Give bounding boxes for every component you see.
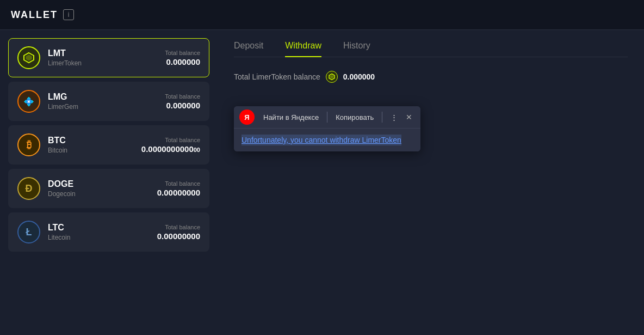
doge-balance-value: 0.00000000 — [157, 188, 200, 197]
context-menu: Я Найти в Яндексе Копировать ⋮ ✕ Unfortu… — [234, 106, 420, 151]
tab-bar: Deposit Withdraw History — [234, 41, 628, 57]
doge-balance-block: Total balance 0.00000000 — [157, 180, 200, 197]
ltc-name: Litecoin — [48, 234, 150, 241]
ltc-symbol: LTC — [48, 223, 150, 233]
right-panel: Deposit Withdraw History Total LimerToke… — [218, 30, 644, 335]
balance-row: Total LimerToken balance 0.000000 — [234, 71, 628, 83]
balance-amount: 0.000000 — [343, 72, 375, 81]
lmt-symbol: LMT — [48, 48, 157, 58]
btc-balance-block: Total balance 0.000000000000 — [141, 137, 200, 154]
doge-info: DOGE Dogecoin — [48, 179, 150, 198]
info-icon-button[interactable]: i — [63, 9, 74, 20]
yandex-logo: Я — [239, 109, 255, 125]
lmt-name: LimerToken — [48, 59, 157, 67]
btc-symbol: BTC — [48, 136, 134, 145]
lmg-icon: 💠 — [17, 90, 40, 113]
btc-balance-label: Total balance — [141, 137, 200, 143]
balance-label-text: Total LimerToken balance — [234, 72, 320, 81]
coin-card-btc[interactable]: ₿ BTC Bitcoin Total balance 0.0000000000… — [8, 125, 209, 165]
divider-2 — [382, 112, 382, 123]
lmt-info: LMT LimerToken — [48, 48, 157, 67]
coin-card-lmt[interactable]: LMT LimerToken Total balance 0.000000 — [8, 38, 209, 77]
yandex-search-item[interactable]: Найти в Яндексе — [258, 111, 324, 124]
tab-history[interactable]: History — [343, 41, 370, 57]
btc-balance-value: 0.000000000000 — [141, 144, 200, 154]
lmg-info: LMG LimerGem — [48, 92, 157, 111]
error-message: Unfortunately, you cannot withdraw Limer… — [242, 135, 401, 145]
doge-icon: Ð — [17, 177, 40, 200]
wallet-header: WALLET i — [0, 0, 644, 30]
ltc-info: LTC Litecoin — [48, 223, 150, 241]
lmg-symbol: LMG — [48, 92, 157, 102]
doge-balance-label: Total balance — [157, 180, 200, 187]
coin-card-lmg[interactable]: 💠 LMG LimerGem Total balance 0.000000 — [8, 82, 209, 121]
coin-card-doge[interactable]: Ð DOGE Dogecoin Total balance 0.00000000 — [8, 169, 209, 208]
doge-name: Dogecoin — [48, 190, 150, 198]
copy-item[interactable]: Копировать — [330, 111, 379, 124]
tab-deposit[interactable]: Deposit — [234, 41, 263, 57]
selected-text-area: Unfortunately, you cannot withdraw Limer… — [234, 129, 420, 151]
svg-marker-3 — [330, 75, 333, 78]
main-layout: LMT LimerToken Total balance 0.000000 💠 … — [0, 30, 644, 335]
lmg-balance-value: 0.000000 — [165, 101, 200, 110]
context-menu-toolbar: Я Найти в Яндексе Копировать ⋮ ✕ — [234, 106, 420, 129]
lmg-balance-label: Total balance — [165, 93, 200, 100]
lmg-name: LimerGem — [48, 103, 157, 111]
more-options-icon[interactable]: ⋮ — [385, 111, 403, 124]
coin-sidebar: LMT LimerToken Total balance 0.000000 💠 … — [0, 30, 218, 335]
coin-card-ltc[interactable]: Ł LTC Litecoin Total balance 0.00000000 — [8, 212, 209, 252]
context-menu-close-button[interactable]: ✕ — [403, 111, 415, 123]
doge-symbol: DOGE — [48, 179, 150, 189]
ltc-balance-block: Total balance 0.00000000 — [157, 224, 200, 241]
btc-name: Bitcoin — [48, 147, 134, 154]
tab-withdraw[interactable]: Withdraw — [285, 41, 321, 57]
wallet-title: WALLET — [11, 9, 58, 21]
ltc-icon: Ł — [17, 221, 40, 243]
lmt-balance-value: 0.000000 — [165, 57, 200, 66]
lmt-small-icon — [326, 71, 338, 83]
lmt-icon — [17, 46, 40, 69]
ltc-balance-value: 0.00000000 — [157, 232, 200, 241]
lmt-balance-label: Total balance — [165, 50, 200, 56]
btc-info: BTC Bitcoin — [48, 136, 134, 154]
btc-icon: ₿ — [17, 133, 40, 156]
divider-1 — [327, 112, 327, 123]
lmg-balance-block: Total balance 0.000000 — [165, 93, 200, 110]
ltc-balance-label: Total balance — [157, 224, 200, 230]
svg-marker-1 — [26, 55, 32, 60]
lmt-balance-block: Total balance 0.000000 — [165, 50, 200, 66]
